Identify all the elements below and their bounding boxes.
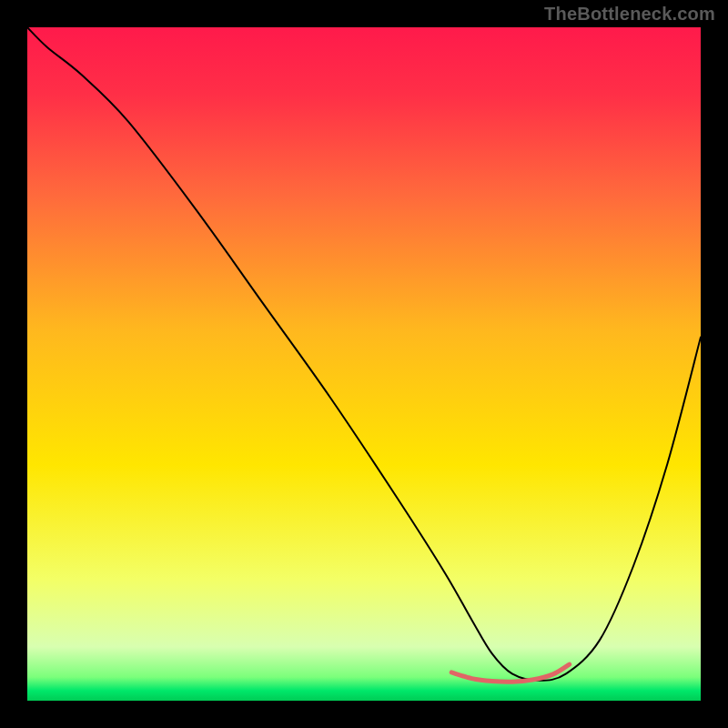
plot-area <box>27 27 701 701</box>
plot-background <box>27 27 701 701</box>
chart-stage: TheBottleneck.com <box>0 0 728 728</box>
watermark-text: TheBottleneck.com <box>544 4 715 25</box>
plot-svg <box>27 27 701 701</box>
